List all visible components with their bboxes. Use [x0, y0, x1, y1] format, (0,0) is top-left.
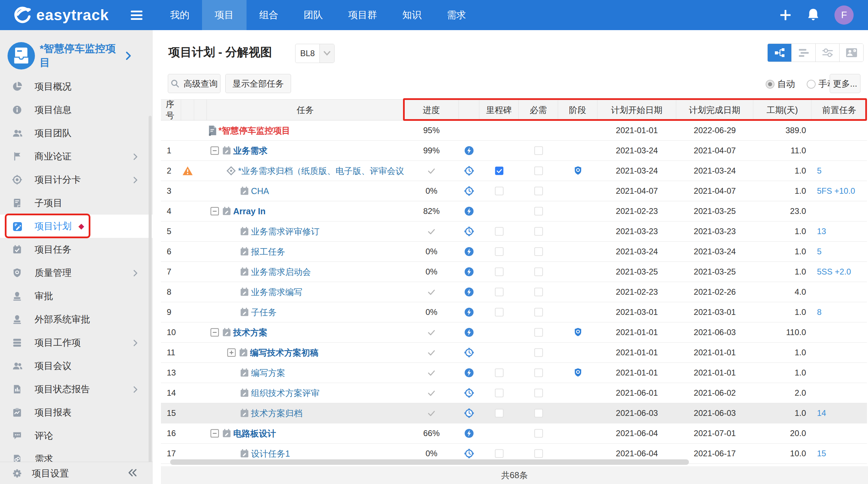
predecessor-link[interactable]: 13	[812, 221, 867, 241]
task-link[interactable]: CHA	[251, 186, 269, 196]
checkbox-unchecked[interactable]	[494, 227, 504, 236]
checkbox-unchecked[interactable]	[494, 449, 504, 458]
table-row[interactable]: 3CHA0%2021-04-072021-04-071.05FS +10.0	[161, 181, 867, 201]
checkbox-unchecked[interactable]	[534, 348, 543, 357]
table-row[interactable]: 7业务需求启动会0%2021-03-252021-03-251.05SS +2.…	[161, 262, 867, 282]
sidebar-item[interactable]: 项目团队	[0, 122, 153, 145]
task-link[interactable]: *智慧停车监控项目	[218, 125, 290, 136]
collapse-sidebar-icon[interactable]	[127, 468, 138, 478]
task-link[interactable]: 技术方案	[233, 327, 267, 338]
table-row[interactable]: 13编写方案2021-01-012021-01-011.0	[161, 363, 867, 383]
task-link[interactable]: 报工任务	[251, 246, 285, 257]
task-link[interactable]: 组织技术方案评审	[251, 387, 319, 399]
sidebar-item[interactable]: 项目报表	[0, 401, 153, 424]
view-resource-button[interactable]	[839, 44, 863, 62]
sidebar-item[interactable]: 项目概况	[0, 75, 153, 98]
nav-tab[interactable]: 团队	[291, 0, 336, 30]
view-breakdown-button[interactable]	[768, 44, 791, 62]
table-row[interactable]: 10技术方案2021-01-012021-06-03110.0	[161, 322, 867, 343]
checkbox-unchecked[interactable]	[494, 408, 504, 418]
task-link[interactable]: 业务需求	[233, 145, 267, 156]
table-row[interactable]: 14组织技术方案评审2021-06-012021-06-022.0	[161, 383, 867, 403]
collapse-toggle-icon[interactable]	[210, 146, 219, 155]
checkbox-unchecked[interactable]	[534, 267, 543, 277]
checkbox-unchecked[interactable]	[534, 287, 543, 297]
table-row[interactable]: *智慧停车监控项目95%2021-01-012022-06-29389.0	[161, 120, 867, 141]
checkbox-checked[interactable]	[494, 166, 504, 176]
sidebar-item[interactable]: 外部系统审批	[0, 308, 153, 331]
checkbox-unchecked[interactable]	[534, 307, 543, 317]
checkbox-unchecked[interactable]	[494, 368, 504, 378]
table-row[interactable]: 5业务需求评审修订2021-03-232021-03-231.013	[161, 221, 867, 242]
collapse-toggle-icon[interactable]	[210, 328, 219, 337]
sidebar-item[interactable]: 质量管理	[0, 261, 153, 284]
sidebar-item[interactable]: 项目状态报告	[0, 378, 153, 401]
sidebar-item[interactable]: 评论	[0, 424, 153, 447]
sidebar-item[interactable]: 项目工作项	[0, 331, 153, 354]
sidebar-scrollbar[interactable]	[149, 116, 152, 463]
predecessor-link[interactable]: 5SS +2.0	[812, 262, 867, 282]
task-link[interactable]: 子任务	[251, 307, 277, 318]
view-settings-button[interactable]	[815, 44, 839, 62]
checkbox-unchecked[interactable]	[494, 186, 504, 196]
predecessor-link[interactable]: 5	[812, 161, 867, 181]
collapse-toggle-icon[interactable]	[210, 206, 219, 216]
table-row[interactable]: 1业务需求99%2021-03-242021-04-0711.0	[161, 141, 867, 161]
table-row[interactable]: 2*业务需求归档（纸质版、电子版、评审会议2021-03-242021-03-2…	[161, 161, 867, 181]
advanced-query-button[interactable]: 高级查询	[168, 74, 221, 93]
checkbox-unchecked[interactable]	[494, 307, 504, 317]
checkbox-unchecked[interactable]	[534, 368, 543, 378]
predecessor-link[interactable]: 8	[812, 302, 867, 322]
sidebar-item[interactable]: 项目会议	[0, 354, 153, 378]
sidebar-footer[interactable]: 项目设置	[0, 462, 153, 484]
checkbox-unchecked[interactable]	[534, 429, 543, 438]
task-link[interactable]: 电路板设计	[233, 428, 276, 439]
task-link[interactable]: 技术方案归档	[251, 408, 302, 419]
sidebar-item[interactable]: 项目计分卡	[0, 168, 153, 191]
task-link[interactable]: 业务需求编写	[251, 286, 302, 298]
task-link[interactable]: 业务需求评审修订	[251, 226, 319, 237]
predecessor-link[interactable]: 14	[812, 403, 867, 423]
notification-bell-icon[interactable]	[806, 8, 820, 23]
table-row[interactable]: 16电路板设计66%2021-06-042021-07-0120.0	[161, 423, 867, 444]
table-row[interactable]: 6报工任务0%2021-03-242021-03-241.05	[161, 242, 867, 262]
checkbox-unchecked[interactable]	[494, 267, 504, 277]
checkbox-unchecked[interactable]	[534, 146, 543, 155]
nav-tab[interactable]: 组合	[247, 0, 291, 30]
horizontal-scrollbar[interactable]	[170, 459, 689, 465]
checkbox-unchecked[interactable]	[534, 166, 543, 176]
table-row[interactable]: 4Array In82%2021-02-232021-03-2523.0	[161, 201, 867, 221]
sidebar-item[interactable]: 项目计划◆	[0, 215, 153, 238]
checkbox-unchecked[interactable]	[534, 449, 543, 458]
hamburger-menu-icon[interactable]	[125, 0, 149, 30]
predecessor-link[interactable]: 5FS +10.0	[812, 181, 867, 201]
checkbox-unchecked[interactable]	[534, 227, 543, 236]
sidebar-item[interactable]: 项目任务	[0, 238, 153, 261]
collapse-toggle-icon[interactable]	[210, 429, 219, 438]
predecessor-link[interactable]: 5	[812, 242, 867, 262]
task-link[interactable]: 设计任务1	[251, 448, 290, 459]
predecessor-link[interactable]: 15	[812, 444, 867, 463]
checkbox-unchecked[interactable]	[494, 287, 504, 297]
task-link[interactable]: 业务需求启动会	[251, 266, 311, 278]
checkbox-unchecked[interactable]	[494, 247, 504, 256]
checkbox-unchecked[interactable]	[494, 388, 504, 398]
nav-tab[interactable]: 知识	[390, 0, 434, 30]
chevron-right-icon[interactable]	[125, 51, 132, 61]
sidebar-item[interactable]: 子项目	[0, 191, 153, 215]
task-link[interactable]: 编写方案	[251, 367, 285, 379]
nav-tab[interactable]: 我的	[158, 0, 202, 30]
sidebar-item[interactable]: 商业论证	[0, 145, 153, 168]
sidebar-project-header[interactable]: *智慧停车监控项目	[0, 39, 153, 72]
more-button[interactable]: 更多...	[830, 74, 860, 93]
checkbox-unchecked[interactable]	[534, 388, 543, 398]
task-link[interactable]: 编写技术方案初稿	[250, 347, 318, 358]
task-link[interactable]: Array In	[233, 206, 265, 216]
checkbox-unchecked[interactable]	[534, 408, 543, 418]
sidebar-item[interactable]: 审批	[0, 284, 153, 308]
checkbox-unchecked[interactable]	[534, 328, 543, 337]
baseline-select[interactable]: BL8	[295, 44, 335, 63]
nav-tab[interactable]: 项目	[202, 0, 247, 30]
checkbox-unchecked[interactable]	[534, 186, 543, 196]
show-all-tasks-button[interactable]: 显示全部任务	[225, 74, 291, 93]
